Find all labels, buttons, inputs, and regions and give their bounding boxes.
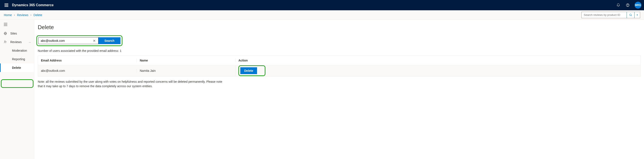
sidebar-item-delete[interactable]: Delete — [0, 64, 34, 72]
svg-rect-4 — [6, 5, 7, 6]
sidebar-item-sites[interactable]: Sites — [0, 29, 34, 38]
svg-rect-7 — [6, 6, 7, 7]
sidebar-item-label: Moderation — [12, 49, 27, 52]
chevron-up-icon: ︿ — [29, 40, 31, 44]
app-header: Dynamics 365 Commerce MRG — [0, 0, 644, 10]
email-search-row: ✕ Search — [36, 35, 122, 46]
svg-point-10 — [628, 6, 628, 6]
waffle-icon[interactable] — [2, 0, 10, 10]
sidebar-item-moderation[interactable]: Moderation — [0, 46, 34, 55]
email-field[interactable] — [41, 39, 92, 42]
table-header: Email Address Name Action — [38, 56, 640, 65]
globe-icon — [4, 32, 7, 35]
notifications-icon[interactable] — [614, 0, 622, 10]
breadcrumb: Home › Reviews › Delete — [4, 13, 42, 17]
svg-rect-2 — [7, 4, 8, 4]
header-right: MRG — [614, 0, 642, 10]
result-count: Number of users associated with the prov… — [38, 49, 644, 52]
svg-rect-8 — [7, 6, 8, 7]
col-header-action: Action — [235, 59, 640, 62]
sidebar-item-label: Reviews — [10, 40, 22, 44]
breadcrumb-home[interactable]: Home — [4, 13, 12, 17]
person-icon — [4, 40, 7, 44]
cell-name: Namita Jain — [136, 69, 235, 72]
col-header-email: Email Address — [38, 59, 136, 62]
cell-email: abc@outlook.com — [38, 69, 136, 72]
highlight-box: Delete — [238, 65, 266, 76]
svg-rect-5 — [7, 5, 8, 6]
delete-button[interactable]: Delete — [240, 67, 257, 74]
svg-rect-3 — [5, 5, 6, 6]
col-header-name: Name — [136, 59, 235, 62]
search-icon[interactable] — [627, 12, 634, 18]
sidebar-item-reporting[interactable]: Reporting — [0, 55, 34, 64]
breadcrumb-bar: Home › Reviews › Delete ▾ — [0, 10, 644, 20]
close-icon[interactable]: ✕ — [92, 39, 96, 43]
avatar[interactable]: MRG — [634, 2, 642, 8]
email-input-wrap: ✕ — [38, 37, 98, 44]
sidebar-item-label: Reporting — [12, 58, 25, 61]
sidebar-item-reviews[interactable]: Reviews ︿ — [0, 38, 34, 46]
breadcrumb-reviews[interactable]: Reviews — [17, 13, 28, 17]
table-row: abc@outlook.com Namita Jain Delete — [38, 65, 640, 76]
search-input[interactable] — [582, 12, 627, 18]
sidebar: Sites Reviews ︿ Moderation Reporting Del… — [0, 20, 34, 159]
search-dropdown[interactable]: ▾ — [634, 12, 640, 18]
svg-line-12 — [631, 15, 632, 16]
layout: Sites Reviews ︿ Moderation Reporting Del… — [0, 20, 644, 159]
help-icon[interactable] — [624, 0, 632, 10]
top-search-group: ▾ — [582, 12, 640, 18]
svg-point-19 — [4, 41, 6, 42]
sidebar-item-label: Sites — [10, 32, 17, 35]
svg-rect-6 — [5, 6, 6, 7]
svg-rect-0 — [5, 4, 6, 4]
highlight-box — [1, 79, 34, 88]
note-text: Note: all the reviews submitted by the u… — [38, 80, 226, 88]
breadcrumb-delete[interactable]: Delete — [34, 13, 42, 17]
results-table: Email Address Name Action abc@outlook.co… — [38, 56, 640, 76]
cell-action: Delete — [235, 65, 640, 76]
svg-rect-1 — [6, 4, 7, 4]
sidebar-item-label: Delete — [12, 66, 21, 70]
header-left: Dynamics 365 Commerce — [2, 0, 614, 10]
hamburger-icon[interactable] — [0, 20, 34, 29]
chevron-right-icon: › — [14, 14, 15, 16]
main: Delete ✕ Search Number of users associat… — [34, 20, 644, 159]
app-title: Dynamics 365 Commerce — [12, 3, 54, 7]
search-button[interactable]: Search — [98, 37, 120, 44]
page-title: Delete — [38, 24, 644, 31]
chevron-right-icon: › — [30, 14, 31, 16]
svg-point-11 — [630, 14, 631, 16]
